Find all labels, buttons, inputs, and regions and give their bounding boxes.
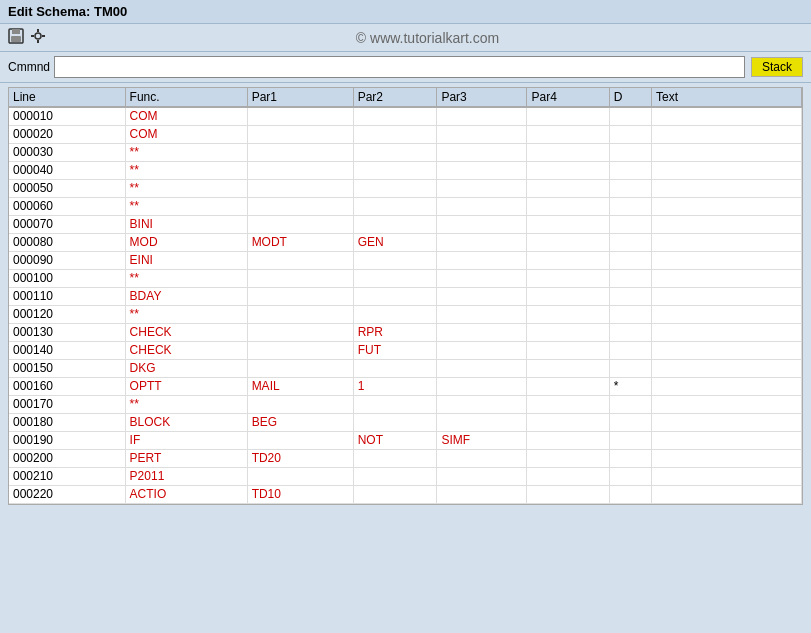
cell-1-row-17: BLOCK [125, 413, 247, 431]
cell-1-row-9: ** [125, 269, 247, 287]
cell-4-row-2 [437, 143, 527, 161]
svg-rect-2 [11, 36, 21, 42]
cell-2-row-3 [247, 161, 353, 179]
cell-0-row-3: 000040 [9, 161, 125, 179]
table-row[interactable]: 000150DKG [9, 359, 802, 377]
config-icon[interactable] [30, 28, 46, 47]
table-row[interactable]: 000030** [9, 143, 802, 161]
cell-5-row-4 [527, 179, 609, 197]
table-row[interactable]: 000090EINI [9, 251, 802, 269]
table-row[interactable]: 000170** [9, 395, 802, 413]
cell-0-row-20: 000210 [9, 467, 125, 485]
cell-6-row-10 [609, 287, 651, 305]
cell-1-row-18: IF [125, 431, 247, 449]
cell-1-row-8: EINI [125, 251, 247, 269]
cell-7-row-18 [652, 431, 802, 449]
cell-3-row-8 [353, 251, 437, 269]
cell-7-row-21 [652, 485, 802, 503]
table-row[interactable]: 000080MODMODTGEN [9, 233, 802, 251]
table-row[interactable]: 000130CHECKRPR [9, 323, 802, 341]
table-row[interactable]: 000220ACTIOTD10 [9, 485, 802, 503]
table-row[interactable]: 000180BLOCKBEG [9, 413, 802, 431]
cell-4-row-4 [437, 179, 527, 197]
cell-0-row-13: 000140 [9, 341, 125, 359]
cell-7-row-12 [652, 323, 802, 341]
toolbar: © www.tutorialkart.com [0, 24, 811, 52]
cell-4-row-17 [437, 413, 527, 431]
table-row[interactable]: 000100** [9, 269, 802, 287]
cell-0-row-16: 000170 [9, 395, 125, 413]
cell-6-row-2 [609, 143, 651, 161]
cell-4-row-15 [437, 377, 527, 395]
col-par3: Par3 [437, 88, 527, 107]
cell-2-row-20 [247, 467, 353, 485]
cell-0-row-6: 000070 [9, 215, 125, 233]
table-row[interactable]: 000160OPTTMAIL1* [9, 377, 802, 395]
cell-4-row-16 [437, 395, 527, 413]
cell-5-row-0 [527, 107, 609, 125]
table-row[interactable]: 000070BINI [9, 215, 802, 233]
cell-3-row-1 [353, 125, 437, 143]
cell-2-row-18 [247, 431, 353, 449]
cell-6-row-19 [609, 449, 651, 467]
cell-5-row-9 [527, 269, 609, 287]
cell-0-row-7: 000080 [9, 233, 125, 251]
cell-7-row-17 [652, 413, 802, 431]
cell-5-row-21 [527, 485, 609, 503]
cell-6-row-8 [609, 251, 651, 269]
cell-0-row-4: 000050 [9, 179, 125, 197]
page-title: Edit Schema: TM00 [8, 4, 127, 19]
cell-3-row-13: FUT [353, 341, 437, 359]
table-row[interactable]: 000010COM [9, 107, 802, 125]
cell-6-row-9 [609, 269, 651, 287]
cell-6-row-12 [609, 323, 651, 341]
cell-5-row-12 [527, 323, 609, 341]
cell-6-row-16 [609, 395, 651, 413]
cell-0-row-14: 000150 [9, 359, 125, 377]
cell-6-row-6 [609, 215, 651, 233]
cell-7-row-11 [652, 305, 802, 323]
save-icon[interactable] [8, 28, 24, 47]
command-input[interactable] [54, 56, 745, 78]
cell-1-row-16: ** [125, 395, 247, 413]
cell-7-row-2 [652, 143, 802, 161]
cell-4-row-8 [437, 251, 527, 269]
cell-2-row-19: TD20 [247, 449, 353, 467]
stack-button[interactable]: Stack [751, 57, 803, 77]
main-content: Line Func. Par1 Par2 Par3 Par4 D Text 00… [0, 83, 811, 509]
table-row[interactable]: 000120** [9, 305, 802, 323]
cell-5-row-17 [527, 413, 609, 431]
svg-rect-7 [42, 35, 45, 37]
cell-6-row-7 [609, 233, 651, 251]
cell-0-row-18: 000190 [9, 431, 125, 449]
cell-6-row-17 [609, 413, 651, 431]
cell-0-row-5: 000060 [9, 197, 125, 215]
col-par2: Par2 [353, 88, 437, 107]
table-row[interactable]: 000110BDAY [9, 287, 802, 305]
cell-2-row-4 [247, 179, 353, 197]
cell-4-row-20 [437, 467, 527, 485]
table-row[interactable]: 000060** [9, 197, 802, 215]
cell-0-row-15: 000160 [9, 377, 125, 395]
cell-4-row-19 [437, 449, 527, 467]
cell-1-row-4: ** [125, 179, 247, 197]
table-row[interactable]: 000210P2011 [9, 467, 802, 485]
cell-7-row-3 [652, 161, 802, 179]
table-row[interactable]: 000020COM [9, 125, 802, 143]
table-row[interactable]: 000040** [9, 161, 802, 179]
cell-3-row-5 [353, 197, 437, 215]
cell-4-row-3 [437, 161, 527, 179]
col-d: D [609, 88, 651, 107]
cell-1-row-21: ACTIO [125, 485, 247, 503]
table-row[interactable]: 000190IFNOTSIMF [9, 431, 802, 449]
cell-3-row-20 [353, 467, 437, 485]
table-row[interactable]: 000140CHECKFUT [9, 341, 802, 359]
cell-5-row-16 [527, 395, 609, 413]
cell-4-row-6 [437, 215, 527, 233]
svg-rect-4 [37, 29, 39, 32]
cell-5-row-5 [527, 197, 609, 215]
table-row[interactable]: 000200PERTTD20 [9, 449, 802, 467]
cell-0-row-17: 000180 [9, 413, 125, 431]
table-row[interactable]: 000050** [9, 179, 802, 197]
cell-6-row-15: * [609, 377, 651, 395]
